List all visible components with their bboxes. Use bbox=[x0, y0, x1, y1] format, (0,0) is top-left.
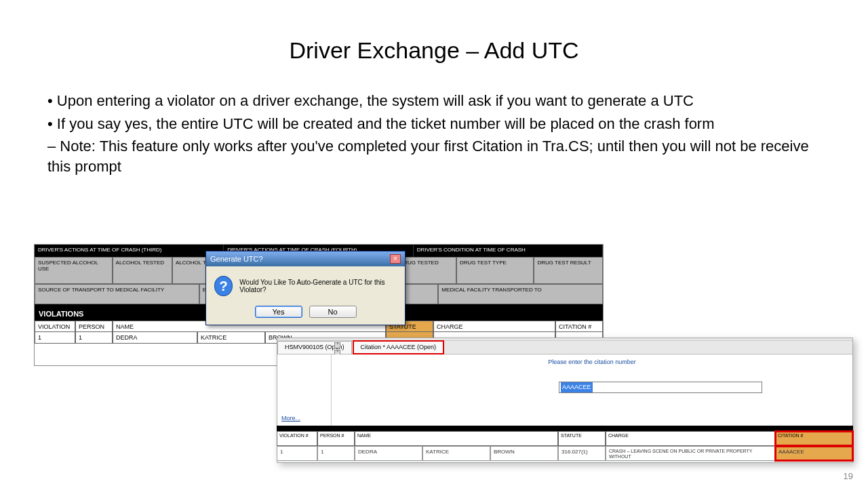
left-panel: More... bbox=[277, 354, 332, 426]
bullet-2: If you say yes, the entire UTC will be c… bbox=[47, 114, 821, 177]
field-suspected-alcohol: SUSPECTED ALCOHOL USE bbox=[35, 257, 113, 284]
strip-val-statute: 316.027(1) bbox=[558, 446, 606, 461]
citation-input-value: AAAACEE bbox=[561, 382, 593, 392]
field-transport-source: SOURCE OF TRANSPORT TO MEDICAL FACILITY bbox=[35, 284, 199, 304]
slide-title: Driver Exchange – Add UTC bbox=[0, 37, 868, 64]
col-charge: CHARGE bbox=[433, 321, 555, 331]
field-drug-test-type: DRUG TEST TYPE bbox=[456, 257, 534, 284]
bullet-list: Upon entering a violator on a driver exc… bbox=[47, 91, 821, 177]
question-icon: ? bbox=[214, 276, 233, 296]
strip-col-charge: CHARGE bbox=[606, 431, 775, 446]
bullet-1: Upon entering a violator on a driver exc… bbox=[47, 91, 821, 111]
col-citation: CITATION # bbox=[555, 321, 603, 331]
more-link[interactable]: More... bbox=[281, 415, 300, 422]
tab-citation[interactable]: Citation * AAAACEE (Open) bbox=[353, 341, 444, 354]
citation-input[interactable]: AAAACEE bbox=[559, 382, 762, 393]
cell-person-num: 1 bbox=[75, 331, 113, 344]
chevron-up-icon[interactable]: ˄ bbox=[334, 342, 340, 348]
cell-first: DEDRA bbox=[113, 331, 197, 344]
strip-val-charge: CRASH – LEAVING SCENE ON PUBLIC OR PRIVA… bbox=[606, 446, 775, 461]
yes-button[interactable]: Yes bbox=[255, 306, 302, 318]
no-button[interactable]: No bbox=[309, 306, 357, 318]
strip-val-person: 1 bbox=[317, 446, 355, 461]
strip-val-citation: AAAACEE bbox=[775, 446, 853, 461]
col-violation-num: VIOLATION # bbox=[35, 321, 75, 331]
strip-val-first: DEDRA bbox=[355, 446, 422, 461]
strip-col-person: PERSON # bbox=[317, 431, 355, 446]
panel-handles: ˄ ˅ bbox=[334, 342, 340, 356]
field-alcohol-tested: ALCOHOL TESTED bbox=[113, 257, 172, 284]
field-drug-test-result: DRUG TEST RESULT bbox=[534, 257, 602, 284]
strip-col-violation: VIOLATION # bbox=[277, 431, 317, 446]
col-person-num: PERSON # bbox=[75, 321, 113, 331]
close-icon[interactable]: × bbox=[390, 254, 401, 264]
cell-mid: KATRICE bbox=[197, 331, 265, 344]
dialog-title-text: Generate UTC? bbox=[210, 255, 263, 263]
violation-strip: VIOLATION # PERSON # NAME STATUTE CHARGE… bbox=[277, 426, 853, 461]
citation-prompt: Please enter the citation number bbox=[332, 359, 852, 365]
strip-val-mid: KATRICE bbox=[422, 446, 490, 461]
field-medical-facility: MEDICAL FACILITY TRANSPORTED TO bbox=[438, 284, 603, 304]
form-header-condition: DRIVER'S CONDITION AT TIME OF CRASH bbox=[414, 245, 603, 257]
strip-col-citation: CITATION # bbox=[775, 431, 853, 446]
cell-violation-num: 1 bbox=[35, 331, 75, 344]
strip-val-violation: 1 bbox=[277, 446, 317, 461]
bullet-note: Note: This feature only works after you'… bbox=[47, 136, 821, 176]
form-header-actions-third: DRIVER'S ACTIONS AT TIME OF CRASH (THIRD… bbox=[35, 245, 224, 257]
tab-hsmv[interactable]: HSMV90010S (Open) bbox=[277, 341, 352, 354]
page-number: 19 bbox=[844, 471, 853, 481]
dialog-message: Would You Like To Auto-Generate a UTC fo… bbox=[239, 279, 397, 293]
strip-val-last: BROWN bbox=[490, 446, 558, 461]
strip-col-name: NAME bbox=[355, 431, 558, 446]
generate-utc-dialog: Generate UTC? × ? Would You Like To Auto… bbox=[205, 251, 406, 325]
strip-col-statute: STATUTE bbox=[558, 431, 606, 446]
